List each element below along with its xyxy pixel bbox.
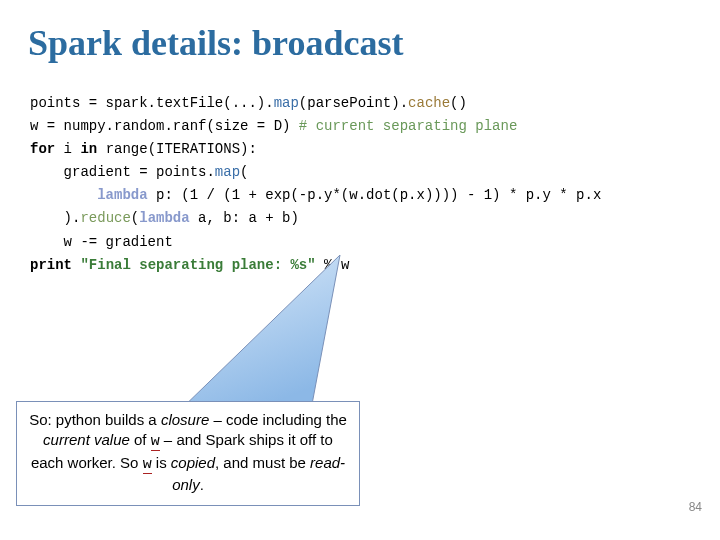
callout-t9: is bbox=[152, 454, 171, 471]
page-number: 84 bbox=[689, 500, 702, 514]
code-l8d: % w bbox=[316, 257, 350, 273]
code-l6c: ( bbox=[131, 210, 139, 226]
callout-box: So: python builds a closure – code inclu… bbox=[16, 401, 360, 506]
code-l4a: gradient = points. bbox=[30, 164, 215, 180]
callout-t5: of bbox=[130, 431, 151, 448]
code-l1a: points = spark.textFile(...). bbox=[30, 95, 274, 111]
code-l4c: ( bbox=[240, 164, 248, 180]
code-l5a bbox=[30, 187, 97, 203]
code-l5-lambda: lambda bbox=[97, 187, 147, 203]
callout-currentvalue: current value bbox=[43, 431, 130, 448]
code-l8-str: "Final separating plane: %s" bbox=[80, 257, 315, 273]
code-l2-comment: # current separating plane bbox=[299, 118, 517, 134]
callout-t13: . bbox=[200, 476, 204, 493]
callout-w1: w bbox=[151, 433, 160, 451]
code-block: points = spark.textFile(...).map(parsePo… bbox=[0, 64, 720, 277]
code-l6-lambda: lambda bbox=[139, 210, 189, 226]
callout-pointer bbox=[175, 255, 395, 420]
code-l3-in: in bbox=[80, 141, 97, 157]
slide-title: Spark details: broadcast bbox=[0, 0, 720, 64]
code-l2a: w = numpy.random.ranf(size = D) bbox=[30, 118, 299, 134]
code-l1-map: map bbox=[274, 95, 299, 111]
svg-marker-0 bbox=[175, 255, 340, 415]
code-l3-for: for bbox=[30, 141, 55, 157]
code-l5c: p: (1 / (1 + exp(-p.y*(w.dot(p.x)))) - 1… bbox=[148, 187, 602, 203]
callout-t3: – code including the bbox=[209, 411, 347, 428]
code-l6a: ). bbox=[30, 210, 80, 226]
code-l3b: i bbox=[55, 141, 80, 157]
code-l4-map: map bbox=[215, 164, 240, 180]
callout-t1: So: python builds a bbox=[29, 411, 161, 428]
callout-closure: closure bbox=[161, 411, 209, 428]
code-l1-cache: cache bbox=[408, 95, 450, 111]
code-l3d: range(ITERATIONS): bbox=[97, 141, 257, 157]
code-l1c: (parsePoint). bbox=[299, 95, 408, 111]
code-l1e: () bbox=[450, 95, 467, 111]
code-l6e: a, b: a + b) bbox=[190, 210, 299, 226]
code-l8-print: print bbox=[30, 257, 72, 273]
callout-w2: w bbox=[143, 456, 152, 474]
callout-copied: copied bbox=[171, 454, 215, 471]
code-l6-reduce: reduce bbox=[80, 210, 130, 226]
callout-t11: , and must be bbox=[215, 454, 310, 471]
code-l7: w -= gradient bbox=[30, 234, 173, 250]
